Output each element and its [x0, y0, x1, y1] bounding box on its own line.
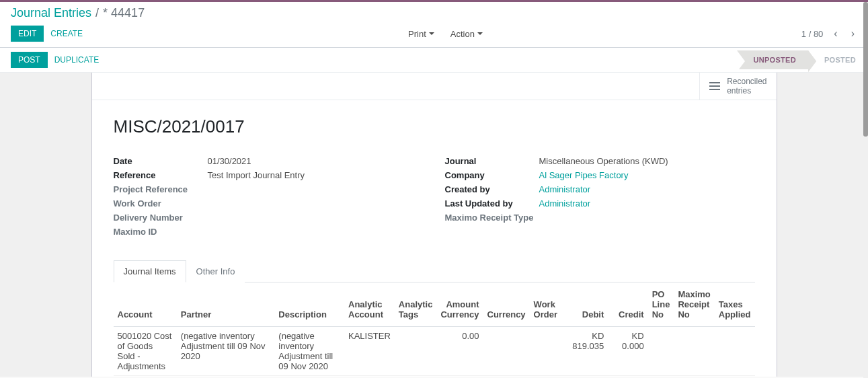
cell-currency [483, 327, 530, 376]
last-updated-by-label: Last Updated by [445, 198, 539, 209]
col-analytic-account[interactable]: Analytic Account [344, 282, 395, 327]
pager-prev-button[interactable]: ‹ [831, 28, 840, 40]
edit-button[interactable]: Edit [11, 26, 44, 42]
company-label: Company [445, 170, 539, 180]
list-icon [709, 82, 720, 90]
cell-amount-currency: 0.00 [436, 327, 483, 376]
stat-button-text: Reconciled entries [727, 77, 766, 96]
col-maximo-receipt-no[interactable]: Maximo Receipt No [674, 282, 714, 327]
stat-line2: entries [727, 86, 766, 96]
field-reference: Reference Test Import Journal Entry [114, 170, 424, 180]
create-button[interactable]: Create [44, 26, 89, 41]
breadcrumb-bar: Journal Entries / * 44417 [0, 2, 868, 23]
print-dropdown[interactable]: Print [403, 26, 440, 42]
cell-analytic-account: KALISTER [344, 327, 395, 376]
reconciled-entries-button[interactable]: Reconciled entries [699, 73, 776, 100]
status-steps: Unposted Posted [737, 50, 868, 69]
col-taxes-applied[interactable]: Taxes Applied [715, 282, 755, 327]
pager: 1 / 80 ‹ › [801, 28, 857, 40]
field-maximo-receipt-type: Maximo Receipt Type [445, 213, 755, 223]
journal-value: Miscellaneous Operations (KWD) [539, 156, 668, 166]
tabs: Journal Items Other Info [114, 260, 755, 282]
field-created-by: Created by Administrator [445, 184, 755, 194]
date-value: 01/30/2021 [208, 156, 251, 166]
cell-analytic-tags [395, 376, 437, 377]
col-amount-currency[interactable]: Amount Currency [436, 282, 483, 327]
cell-currency [483, 376, 530, 377]
cell-taxes-applied [715, 327, 755, 376]
status-posted[interactable]: Posted [808, 50, 868, 69]
cell-account: 5001020 Cost of [114, 376, 177, 377]
cell-description: (negative inventory [274, 376, 344, 377]
cell-account: 5001020 Cost of Goods Sold - Adjustments [114, 327, 177, 376]
cell-maximo-receipt-no [674, 327, 714, 376]
tab-journal-items[interactable]: Journal Items [114, 260, 186, 282]
field-delivery-number: Delivery Number [114, 213, 424, 223]
action-label: Action [450, 29, 475, 39]
table-header-row: Account Partner Description Analytic Acc… [114, 282, 755, 327]
breadcrumb-root[interactable]: Journal Entries [11, 6, 91, 20]
col-currency[interactable]: Currency [483, 282, 530, 327]
duplicate-button[interactable]: Duplicate [48, 52, 106, 67]
caret-down-icon [477, 32, 483, 35]
col-description[interactable]: Description [274, 282, 344, 327]
reference-label: Reference [114, 170, 208, 180]
delivery-number-label: Delivery Number [114, 213, 208, 223]
cell-debit: KD 0.000 [561, 376, 608, 377]
last-updated-by-value[interactable]: Administrator [539, 198, 591, 209]
cell-po-line-no [648, 376, 674, 377]
table-row[interactable]: 5001020 Cost of Goods Sold - Adjustments… [114, 327, 755, 376]
cell-analytic-tags [395, 327, 437, 376]
maximo-id-label: Maximo ID [114, 227, 208, 237]
col-analytic-tags[interactable]: Analytic Tags [395, 282, 437, 327]
table-row[interactable]: 5001020 Cost of (negative inventory (neg… [114, 376, 755, 377]
journal-label: Journal [445, 156, 539, 166]
caret-down-icon [429, 32, 434, 35]
center-actions: Print Action [89, 26, 801, 42]
field-date: Date 01/30/2021 [114, 156, 424, 166]
company-value[interactable]: Al Sager Pipes Factory [539, 170, 629, 180]
field-project-reference: Project Reference [114, 184, 424, 194]
fields-left: Date 01/30/2021 Reference Test Import Jo… [114, 156, 424, 241]
pager-text: 1 / 80 [801, 29, 824, 39]
cell-work-order [530, 376, 561, 377]
breadcrumb: Journal Entries / * 44417 [11, 6, 145, 20]
maximo-receipt-type-label: Maximo Receipt Type [445, 213, 539, 223]
cell-maximo-receipt-no [674, 376, 714, 377]
cell-credit: KD 3.604 [608, 376, 647, 377]
date-label: Date [114, 156, 208, 166]
col-po-line-no[interactable]: PO Line No [648, 282, 674, 327]
status-actions: Post Duplicate [11, 48, 106, 72]
col-account[interactable]: Account [114, 282, 177, 327]
post-button[interactable]: Post [11, 52, 48, 68]
field-company: Company Al Sager Pipes Factory [445, 170, 755, 180]
cell-amount-currency: 0.00 [436, 376, 483, 377]
breadcrumb-current: * 44417 [103, 6, 145, 20]
control-bar: Edit Create Print Action 1 / 80 ‹ › [0, 23, 868, 48]
tab-other-info[interactable]: Other Info [186, 260, 245, 282]
col-partner[interactable]: Partner [177, 282, 275, 327]
fields-right: Journal Miscellaneous Operations (KWD) C… [445, 156, 755, 241]
action-dropdown[interactable]: Action [445, 26, 488, 42]
sheet-body: MISC/2021/0017 Date 01/30/2021 Reference… [92, 100, 777, 377]
col-credit[interactable]: Credit [608, 282, 647, 327]
status-unposted[interactable]: Unposted [737, 50, 808, 69]
main-area: Reconciled entries MISC/2021/0017 Date 0… [0, 73, 868, 377]
reference-value: Test Import Journal Entry [208, 170, 305, 180]
pager-next-button[interactable]: › [849, 28, 857, 40]
cell-description: (negative inventory Adjustment till 09 N… [274, 327, 344, 376]
vertical-scrollbar-thumb[interactable] [863, 2, 868, 137]
col-work-order[interactable]: Work Order [530, 282, 561, 327]
cell-partner: (negative inventory Adjustment till 09 N… [177, 327, 275, 376]
stat-button-row: Reconciled entries [92, 73, 777, 100]
cell-analytic-account: KALISTER [344, 376, 395, 377]
print-label: Print [408, 29, 426, 39]
cell-po-line-no [648, 327, 674, 376]
created-by-value[interactable]: Administrator [539, 184, 591, 194]
col-debit[interactable]: Debit [561, 282, 608, 327]
project-reference-label: Project Reference [114, 184, 208, 194]
journal-items-table: Account Partner Description Analytic Acc… [114, 282, 755, 377]
cell-work-order [530, 327, 561, 376]
field-maximo-id: Maximo ID [114, 227, 424, 237]
field-journal: Journal Miscellaneous Operations (KWD) [445, 156, 755, 166]
